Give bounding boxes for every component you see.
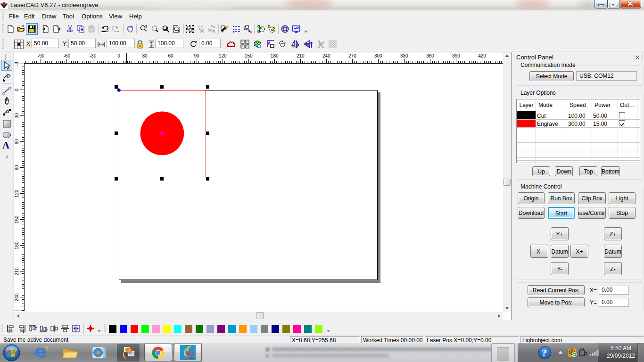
svg-text:?: ? [542,347,547,359]
svg-text:appwells: appwells [190,358,196,360]
